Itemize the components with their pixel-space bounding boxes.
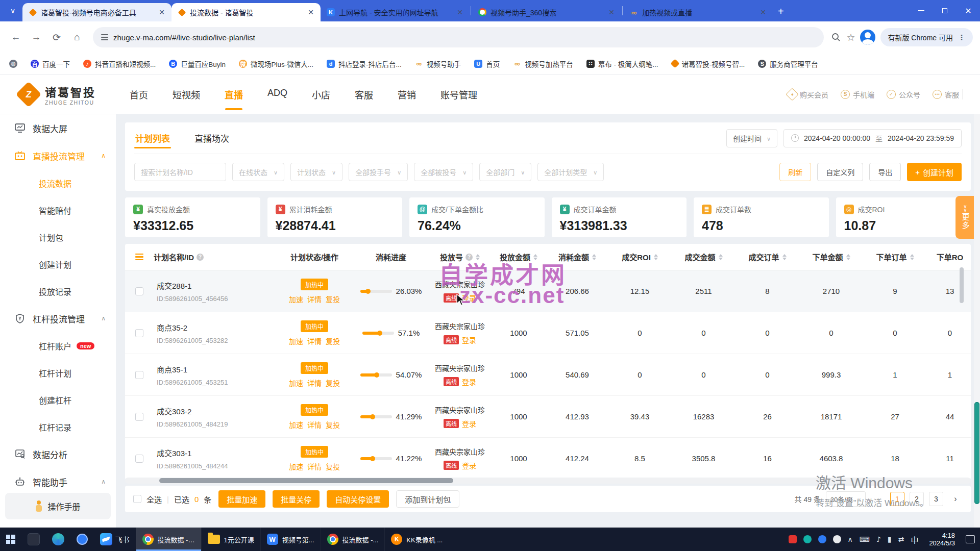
start-button[interactable]	[0, 528, 21, 551]
bookmark-item[interactable]: 诸葛智投-视频号智...	[672, 59, 745, 69]
bookmark-item[interactable]: S服务商管理平台	[758, 59, 818, 69]
sidebar-group-leverage[interactable]: 杠杆投流管理 ∧	[0, 305, 116, 332]
plan-type-select[interactable]: 全部计划类型	[537, 163, 604, 181]
nav-short-video[interactable]: 短视频	[173, 74, 200, 114]
next-page-button[interactable]: ›	[948, 492, 963, 506]
speed-up-link[interactable]: 加速	[289, 461, 303, 471]
custom-columns-button[interactable]: 自定义列	[817, 163, 863, 181]
login-link[interactable]: 登录	[462, 293, 476, 303]
table-row[interactable]: 商点35-2ID:5896261005_453282 加热中加速详情复投 57.…	[125, 312, 971, 354]
sort-icon[interactable]	[719, 254, 723, 260]
tab-live-sessions[interactable]: 直播场次	[193, 121, 230, 155]
speed-up-link[interactable]: 加速	[289, 294, 303, 304]
window-scrollbar-thumb[interactable]	[974, 402, 979, 504]
select-all-label[interactable]: 全选	[146, 494, 162, 505]
page-3-button[interactable]: 3	[929, 492, 943, 506]
tray-blue-icon[interactable]	[818, 535, 826, 543]
page-size-select[interactable]: 20条/页	[826, 491, 866, 507]
bookmark-star-icon[interactable]: ☆	[846, 32, 855, 43]
reload-button[interactable]: ⟳	[48, 29, 65, 46]
sidebar-item-smart-compensation[interactable]: 智能赔付	[0, 196, 116, 223]
forward-button[interactable]: →	[28, 29, 45, 46]
profile-avatar[interactable]	[860, 30, 875, 45]
row-checkbox[interactable]	[135, 371, 143, 379]
tab-plan-list[interactable]: 计划列表	[134, 121, 171, 155]
more-cards-button[interactable]: ∨∨ 更多	[955, 196, 975, 239]
buy-membership-link[interactable]: ♦购买会员	[788, 89, 828, 99]
sort-icon[interactable]	[533, 254, 537, 260]
create-plan-button[interactable]: +创建计划	[907, 163, 962, 181]
row-checkbox[interactable]	[135, 455, 143, 463]
browser-tab-2-active[interactable]: 投流数据 - 诸葛智投 ✕	[172, 3, 321, 21]
tab-close-icon[interactable]: ✕	[157, 8, 166, 16]
nav-account[interactable]: 账号管理	[440, 74, 477, 114]
login-link[interactable]: 登录	[462, 377, 476, 387]
row-checkbox[interactable]	[135, 413, 143, 421]
browser-tab-4[interactable]: 视频号助手_360搜索 ✕	[472, 3, 621, 21]
tab-close-icon[interactable]: ✕	[758, 8, 768, 16]
sidebar-group-smart-assistant[interactable]: 智能助手 ∧	[0, 468, 116, 495]
official-account-link[interactable]: ✓公众号	[887, 89, 920, 99]
chrome-update-pill[interactable]: 有新版 Chrome 可用 ⋮	[880, 28, 973, 46]
tab-close-icon[interactable]: ✕	[607, 8, 616, 16]
search-icon[interactable]	[831, 32, 841, 42]
nav-home[interactable]: 首页	[130, 74, 148, 114]
bookmark-item[interactable]: U首页	[474, 59, 500, 69]
online-status-select[interactable]: 在线状态	[232, 163, 284, 181]
site-logo[interactable]: Z 诸葛智投 ZHUGE ZHITOU	[17, 83, 96, 106]
taskbar-app-folder[interactable]: 1元公开课	[201, 528, 260, 551]
bookmark-item[interactable]: 百百度一下	[31, 59, 70, 69]
browser-menu-icon[interactable]: ⋮	[958, 33, 966, 41]
customer-service-link[interactable]: ⋯客服	[933, 89, 959, 99]
browser-tab-5[interactable]: ∞ 加热视频或直播 ✕	[624, 3, 773, 21]
taskbar-app-wps[interactable]: W视频号第...	[260, 528, 321, 551]
refresh-button[interactable]: 刷新	[779, 163, 811, 181]
globe-bookmark-icon[interactable]: ◍	[9, 60, 17, 68]
page-2-button[interactable]: 2	[910, 492, 924, 506]
horizontal-scrollbar-thumb[interactable]	[159, 478, 453, 483]
add-to-plan-pack-button[interactable]: 添加到计划包	[396, 490, 459, 508]
sidebar-item-data-screen[interactable]: 数据大屏	[0, 114, 116, 142]
pinned-app-dark[interactable]	[21, 528, 46, 551]
clock-datetime[interactable]: 4:18 2024/5/3	[925, 532, 959, 547]
tray-teal-icon[interactable]	[803, 535, 812, 543]
auto-stop-settings-button[interactable]: 自动关停设置	[327, 490, 389, 508]
sort-icon[interactable]	[592, 254, 596, 260]
sidebar-item-delivery-records[interactable]: 投放记录	[0, 278, 116, 305]
home-button[interactable]: ⌂	[68, 29, 86, 46]
detail-link[interactable]: 详情	[307, 461, 322, 471]
column-menu-icon[interactable]	[135, 254, 143, 261]
export-button[interactable]: 导出	[869, 163, 901, 181]
taskbar-app-chrome-active[interactable]: 投流数据 - ...	[136, 528, 201, 551]
department-select[interactable]: 全部部门	[479, 163, 531, 181]
bookmark-item[interactable]: ∞视频号加热平台	[513, 59, 573, 69]
sidebar-item-leverage-plan[interactable]: 杠杆计划	[0, 359, 116, 386]
reinvest-link[interactable]: 复投	[326, 461, 340, 471]
batch-stop-button[interactable]: 批量关停	[273, 490, 320, 508]
maximize-button[interactable]	[933, 0, 957, 21]
batch-speed-up-button[interactable]: 批量加速	[218, 490, 265, 508]
sort-icon[interactable]	[910, 254, 914, 260]
table-row[interactable]: 成交303-1ID:5896261005_484244 加热中加速详情复投 41…	[125, 438, 971, 480]
tab-close-icon[interactable]: ✕	[306, 8, 315, 16]
tray-expand-icon[interactable]: ∧	[848, 535, 853, 543]
taskbar-app-chrome-2[interactable]: 投流数据 -...	[321, 528, 385, 551]
close-button[interactable]: ✕	[957, 0, 980, 21]
speed-up-link[interactable]: 加速	[289, 336, 303, 346]
info-icon[interactable]	[465, 254, 473, 261]
pitcher-account-select[interactable]: 全部投手号	[349, 163, 408, 181]
sort-icon[interactable]	[846, 254, 850, 260]
keyboard-icon[interactable]: ⌨	[860, 535, 870, 543]
table-row[interactable]: 成交303-2ID:5896261005_484219 加热中加速详情复投 41…	[125, 396, 971, 438]
volume-icon[interactable]: ♪	[876, 535, 881, 543]
detail-link[interactable]: 详情	[307, 419, 322, 430]
speed-up-link[interactable]: 加速	[289, 419, 303, 430]
mobile-app-link[interactable]: S手机端	[841, 89, 874, 99]
plan-status-select[interactable]: 计划状态	[290, 163, 342, 181]
sidebar-item-create-leverage[interactable]: 创建杠杆	[0, 386, 116, 413]
plan-search-input[interactable]: 搜索计划名称/ID	[134, 163, 226, 181]
network-icon[interactable]: ⇄	[898, 535, 904, 543]
minimize-button[interactable]	[910, 0, 933, 21]
sidebar-item-data-analysis[interactable]: 数据分析	[0, 440, 116, 468]
bookmark-item[interactable]: d抖店登录-抖店后台...	[327, 59, 402, 69]
